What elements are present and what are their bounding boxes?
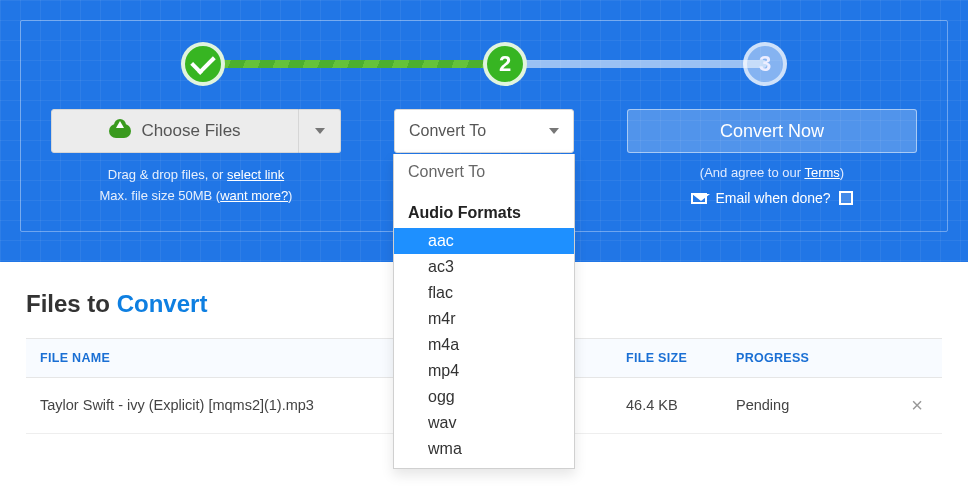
email-when-done-label: Email when done? <box>715 190 830 206</box>
choose-files-button[interactable]: Choose Files <box>51 109 299 153</box>
format-option-flac[interactable]: flac <box>394 280 574 306</box>
col-actions <box>892 338 942 377</box>
dropdown-group-heading: Audio Formats <box>394 190 574 228</box>
format-option-ac3[interactable]: ac3 <box>394 254 574 280</box>
step-1-done <box>181 42 225 86</box>
dropdown-title: Convert To <box>394 154 574 190</box>
step-3-upcoming: 3 <box>743 42 787 86</box>
action-row: Choose Files Drag & drop files, or selec… <box>51 109 917 207</box>
step-2-current: 2 <box>483 42 527 86</box>
convert-to-label: Convert To <box>409 122 486 140</box>
top-panel: 2 3 Choose Files Drag & drop files, or s… <box>0 0 968 262</box>
stepper-track-fill <box>201 60 506 68</box>
format-option-m4a[interactable]: m4a <box>394 332 574 358</box>
format-option-wav[interactable]: wav <box>394 410 574 436</box>
format-option-ogg[interactable]: ogg <box>394 384 574 410</box>
terms-text: (And agree to our Terms) <box>700 165 844 180</box>
convert-to-select[interactable]: Convert To <box>394 109 574 153</box>
convert-to-dropdown: Convert To Audio Formats aacac3flacm4rm4… <box>393 154 575 469</box>
choose-files-label: Choose Files <box>141 121 240 141</box>
heading-text-a: Files to <box>26 290 117 317</box>
terms-link[interactable]: Terms <box>804 165 839 180</box>
mail-icon <box>691 193 707 204</box>
inner-panel: 2 3 Choose Files Drag & drop files, or s… <box>20 20 948 232</box>
cloud-upload-icon <box>109 124 131 138</box>
col-file-size: FILE SIZE <box>612 338 722 377</box>
convert-now-button[interactable]: Convert Now <box>627 109 917 153</box>
heading-text-b: Convert <box>117 290 208 317</box>
cell-progress: Pending <box>722 377 892 433</box>
convert-now-column: Convert Now (And agree to our Terms) Ema… <box>627 109 917 207</box>
col-progress: PROGRESS <box>722 338 892 377</box>
format-option-mp4[interactable]: mp4 <box>394 358 574 384</box>
email-when-done-checkbox[interactable] <box>839 191 853 205</box>
format-option-wma[interactable]: wma <box>394 436 574 462</box>
choose-column: Choose Files Drag & drop files, or selec… <box>51 109 341 207</box>
format-option-aac[interactable]: aac <box>394 228 574 254</box>
hint-text: Drag & drop files, or <box>108 167 227 182</box>
choose-files-split: Choose Files <box>51 109 341 153</box>
terms-suffix: ) <box>840 165 844 180</box>
cell-file-size: 46.4 KB <box>612 377 722 433</box>
email-when-done-row: Email when done? <box>691 190 852 206</box>
choose-hint: Drag & drop files, or select link Max. f… <box>100 165 293 207</box>
want-more-link[interactable]: want more? <box>220 188 288 203</box>
max-text: Max. file size 50MB ( <box>100 188 221 203</box>
terms-prefix: (And agree to our <box>700 165 805 180</box>
convert-now-label: Convert Now <box>720 121 824 142</box>
max-suffix: ) <box>288 188 292 203</box>
select-link[interactable]: select link <box>227 167 284 182</box>
format-option-m4r[interactable]: m4r <box>394 306 574 332</box>
choose-files-dropdown-toggle[interactable] <box>299 109 341 153</box>
chevron-down-icon <box>549 128 559 134</box>
stepper: 2 3 <box>51 35 917 91</box>
chevron-down-icon <box>315 128 325 134</box>
convert-column: Convert To Convert To Audio Formats aaca… <box>389 109 579 207</box>
remove-row-button[interactable]: × <box>892 377 942 433</box>
